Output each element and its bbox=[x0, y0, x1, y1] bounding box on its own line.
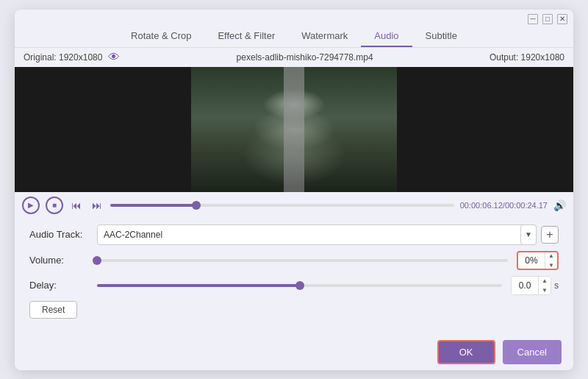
stop-icon: ■ bbox=[52, 201, 57, 209]
cancel-button[interactable]: Cancel bbox=[503, 340, 562, 364]
audio-track-label: Audio Track: bbox=[29, 229, 88, 240]
play-button[interactable]: ▶ bbox=[22, 196, 40, 214]
stop-button[interactable]: ■ bbox=[46, 196, 63, 214]
tab-watermark[interactable]: Watermark bbox=[288, 26, 361, 47]
skip-fwd-button[interactable]: ⏭ bbox=[90, 198, 104, 213]
delay-input[interactable] bbox=[512, 277, 538, 294]
delay-label: Delay: bbox=[29, 280, 88, 291]
delay-down-button[interactable]: ▼ bbox=[539, 286, 551, 295]
reset-row: Reset bbox=[29, 301, 559, 319]
ok-button[interactable]: OK bbox=[437, 340, 495, 364]
volume-row: Volume: ▲ ▼ bbox=[29, 251, 559, 270]
main-window: ─ □ ✕ Rotate & Crop Effect & Filter Wate… bbox=[15, 10, 573, 370]
tab-bar: Rotate & Crop Effect & Filter Watermark … bbox=[15, 26, 573, 48]
progress-thumb[interactable] bbox=[192, 201, 201, 210]
add-track-button[interactable]: + bbox=[541, 226, 559, 244]
audio-settings: Audio Track: AAC-2Channel ▼ + Volume: ▲ … bbox=[15, 219, 573, 325]
tab-audio[interactable]: Audio bbox=[361, 26, 412, 47]
player-controls: ▶ ■ ⏮ ⏭ 00:00:06.12/00:00:24.17 🔊 bbox=[15, 192, 573, 219]
title-bar: ─ □ ✕ bbox=[15, 10, 573, 26]
track-select-container: AAC-2Channel ▼ + bbox=[97, 224, 559, 245]
video-left-panel bbox=[15, 67, 191, 192]
minimize-button[interactable]: ─ bbox=[528, 14, 538, 24]
volume-up-button[interactable]: ▲ bbox=[545, 251, 557, 261]
delay-row: Delay: ▲ ▼ s bbox=[29, 276, 559, 295]
delay-slider[interactable] bbox=[97, 284, 502, 287]
video-preview bbox=[191, 67, 397, 192]
delay-value-group: ▲ ▼ s bbox=[511, 276, 559, 295]
play-icon: ▶ bbox=[28, 201, 34, 209]
close-button[interactable]: ✕ bbox=[557, 14, 567, 24]
eye-icon[interactable]: 👁 bbox=[108, 51, 120, 64]
progress-fill bbox=[110, 204, 196, 207]
volume-down-button[interactable]: ▼ bbox=[545, 261, 557, 270]
video-area bbox=[15, 67, 573, 192]
video-right-panel bbox=[397, 67, 573, 192]
volume-thumb[interactable] bbox=[93, 256, 101, 265]
video-frame bbox=[191, 67, 397, 192]
track-select[interactable]: AAC-2Channel bbox=[97, 224, 537, 245]
tab-subtitle[interactable]: Subtitle bbox=[412, 26, 470, 47]
reset-button[interactable]: Reset bbox=[29, 301, 77, 319]
output-resolution: Output: 1920x1080 bbox=[490, 52, 564, 63]
volume-input[interactable] bbox=[518, 252, 545, 269]
volume-spin-buttons: ▲ ▼ bbox=[545, 251, 557, 270]
progress-bar[interactable] bbox=[110, 204, 454, 207]
volume-icon[interactable]: 🔊 bbox=[553, 199, 566, 211]
delay-fill bbox=[97, 284, 300, 287]
tab-effect[interactable]: Effect & Filter bbox=[204, 26, 288, 47]
volume-slider[interactable] bbox=[97, 259, 508, 262]
delay-unit: s bbox=[554, 280, 559, 291]
delay-input-group: ▲ ▼ bbox=[511, 276, 551, 295]
audio-track-row: Audio Track: AAC-2Channel ▼ + bbox=[29, 224, 559, 245]
time-display: 00:00:06.12/00:00:24.17 bbox=[460, 201, 548, 210]
delay-thumb[interactable] bbox=[295, 281, 304, 290]
skip-back-button[interactable]: ⏮ bbox=[69, 198, 84, 213]
info-bar: Original: 1920x1080 👁 pexels-adlib-mishi… bbox=[15, 48, 573, 67]
volume-input-group: ▲ ▼ bbox=[517, 251, 559, 270]
volume-label: Volume: bbox=[29, 255, 88, 266]
original-resolution: Original: 1920x1080 bbox=[24, 52, 102, 63]
delay-spin-buttons: ▲ ▼ bbox=[538, 276, 551, 295]
footer: OK Cancel bbox=[15, 334, 573, 370]
filename: pexels-adlib-mishiko-7294778.mp4 bbox=[237, 52, 373, 63]
tab-rotate[interactable]: Rotate & Crop bbox=[118, 26, 204, 47]
maximize-button[interactable]: □ bbox=[542, 14, 553, 24]
delay-up-button[interactable]: ▲ bbox=[539, 276, 551, 286]
